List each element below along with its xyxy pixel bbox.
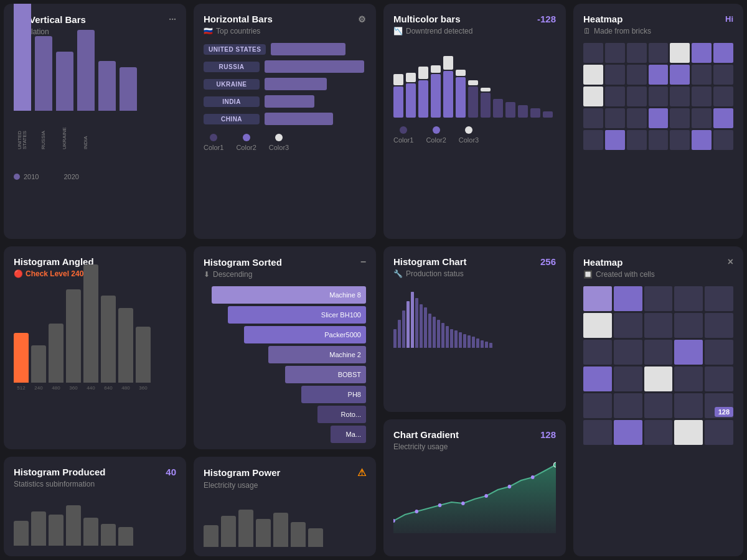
power-bar (221, 516, 236, 547)
hbar-fill-ukraine (265, 78, 327, 90)
angled-bars-chart (14, 283, 176, 383)
histogram-power-card: Histogram Power ⚠ Electricity usage (194, 457, 376, 556)
hbar-fill-russia (265, 60, 364, 73)
axis-lbl: 240 (31, 385, 46, 391)
heatmap-cell (705, 286, 733, 311)
heatmap-cell (627, 108, 647, 128)
heatmap-cell (583, 420, 612, 445)
heatmap-cell (705, 313, 733, 338)
heatmap-cell (605, 43, 625, 63)
mc-legend-dot-2 (433, 126, 440, 134)
heatmap-cell (614, 286, 642, 311)
sorted-bar: Roto... (317, 406, 366, 423)
col2-row2: Histogram Sorted − ⬇ Descending Machine … (190, 243, 380, 560)
histogram-chart-card: Histogram Chart 256 🔧 Production status (383, 246, 566, 412)
heatmap-cell (713, 108, 733, 128)
chart-gradient-subtitle: Electricity usage (393, 442, 448, 451)
heatmap-bottom-grid-container: 128 (583, 286, 733, 445)
gear-icon[interactable]: ⚙ (358, 14, 366, 24)
hbar-row-china: CHINA (204, 113, 366, 125)
hist-sorted-minus: − (360, 256, 366, 268)
heatmap-cell (649, 130, 669, 150)
hbar-label-russia: RUSSIA (204, 62, 260, 72)
prod-bar (31, 511, 46, 546)
heatmap-cell (692, 65, 712, 85)
axis-lbl: 640 (101, 385, 116, 391)
mc-legend-color1: Color1 (393, 136, 413, 144)
power-bar (256, 519, 271, 547)
heatmap-cell (670, 108, 690, 128)
heatmap-bottom-subtitle: Created with cells (596, 270, 655, 279)
hist-bar (472, 337, 475, 348)
heatmap-cell (649, 43, 669, 63)
sorted-bar: Machine 8 (212, 286, 366, 304)
mc-seg (393, 86, 403, 118)
heatmap-cell (644, 393, 673, 418)
hist-power-title: Histogram Power (204, 467, 280, 478)
mc-legend-dot-1 (400, 126, 407, 134)
cells-icon: 🔲 (583, 270, 593, 279)
angled-bar (49, 324, 63, 383)
histogram-sorted-card: Histogram Sorted − ⬇ Descending Machine … (194, 246, 376, 449)
hist-bar (437, 320, 440, 348)
power-bar (291, 522, 306, 547)
sorted-bar: Machine 2 (268, 346, 366, 363)
heatmap-cell (670, 130, 690, 150)
heatmap-cell (670, 86, 690, 106)
axis-lbl: 440 (83, 385, 98, 391)
heatmap-cell (674, 420, 703, 445)
axis-lbl: 480 (49, 385, 63, 391)
histogram-chart-bars (393, 286, 556, 348)
hbar-legend: Color1 Color2 Color3 (204, 134, 366, 151)
hist-bar (398, 320, 401, 348)
legend-dot-color2 (243, 134, 250, 141)
heatmap-top-title: Heatmap (583, 14, 622, 24)
heatmap-cell (674, 393, 703, 418)
production-icon: 🔧 (393, 269, 403, 278)
mc-seg (505, 102, 515, 118)
heatmap-cell (692, 108, 712, 128)
mc-seg (468, 80, 478, 85)
heatmap-cell (644, 366, 673, 391)
vbar-ukraine (56, 52, 73, 111)
angled-bar (14, 333, 29, 383)
hbar-fill-us (271, 43, 345, 55)
heatmap-cell (692, 86, 712, 106)
svg-point-3 (461, 502, 465, 505)
hbar-fill-china (265, 113, 333, 125)
heatmap-cell (713, 65, 733, 85)
hbar-row-russia: RUSSIA (204, 60, 366, 73)
hist-bar (459, 332, 462, 348)
hist-bar (433, 317, 436, 348)
hist-power-subtitle: Electricity usage (204, 481, 258, 490)
heatmap-cell (583, 65, 603, 85)
sorted-bar: Slicer BH100 (228, 306, 366, 324)
downtrend-icon: 📉 (393, 27, 403, 35)
warning-icon: ⚠ (357, 467, 366, 478)
hist-produced-subtitle: Statistics subinformation (14, 480, 95, 488)
heatmap-cell (583, 108, 603, 128)
heatmap-cell (670, 43, 690, 63)
vertical-bars-menu[interactable]: ··· (169, 14, 176, 24)
heatmap-bottom-title: Heatmap (583, 257, 622, 268)
heatmap-cell (705, 340, 733, 365)
heatmap-cell (692, 43, 712, 63)
svg-point-6 (531, 475, 535, 479)
close-icon[interactable]: × (728, 256, 733, 268)
mc-seg (443, 56, 453, 70)
hist-bar (476, 338, 479, 348)
heatmap-top-card: Heatmap Hi 🗓 Made from bricks (573, 4, 743, 239)
heatmap-cell (627, 86, 647, 106)
heatmap-cell (583, 43, 603, 63)
mc-legend-color2: Color2 (426, 136, 446, 144)
prod-bar (66, 505, 81, 546)
legend-dot-color1 (210, 134, 217, 141)
hist-chart-subtitle: Production status (406, 269, 464, 278)
heatmap-cell (583, 86, 603, 106)
prod-bar (83, 518, 98, 546)
hbar-label-india: INDIA (204, 96, 260, 107)
angled-bar (101, 296, 116, 383)
angled-bar (136, 327, 151, 383)
heatmap-calendar-icon: 🗓 (583, 27, 591, 35)
hist-sorted-title: Histogram Sorted (204, 257, 282, 268)
